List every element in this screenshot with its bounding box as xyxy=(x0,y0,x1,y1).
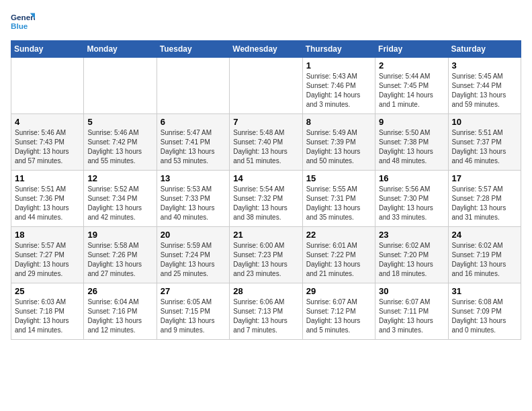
day-info: Sunrise: 6:04 AM Sunset: 7:16 PM Dayligh… xyxy=(87,298,152,335)
day-info: Sunrise: 5:48 AM Sunset: 7:40 PM Dayligh… xyxy=(233,128,298,166)
day-number: 3 xyxy=(452,60,517,71)
logo: GeneralBlue xyxy=(11,11,35,35)
day-info: Sunrise: 6:05 AM Sunset: 7:15 PM Dayligh… xyxy=(161,298,226,335)
day-info: Sunrise: 5:52 AM Sunset: 7:34 PM Dayligh… xyxy=(87,185,152,222)
weekday-header: Monday xyxy=(84,41,157,58)
calendar-cell: 30Sunrise: 6:07 AM Sunset: 7:11 PM Dayli… xyxy=(375,283,448,340)
weekday-header-row: SundayMondayTuesdayWednesdayThursdayFrid… xyxy=(11,41,521,58)
calendar-table: SundayMondayTuesdayWednesdayThursdayFrid… xyxy=(11,40,521,340)
calendar-cell: 25Sunrise: 6:03 AM Sunset: 7:18 PM Dayli… xyxy=(11,283,84,340)
day-info: Sunrise: 6:01 AM Sunset: 7:22 PM Dayligh… xyxy=(306,241,371,279)
day-info: Sunrise: 5:50 AM Sunset: 7:38 PM Dayligh… xyxy=(379,128,444,166)
day-info: Sunrise: 6:06 AM Sunset: 7:13 PM Dayligh… xyxy=(233,298,298,335)
day-info: Sunrise: 6:07 AM Sunset: 7:12 PM Dayligh… xyxy=(306,298,371,335)
calendar-cell: 26Sunrise: 6:04 AM Sunset: 7:16 PM Dayli… xyxy=(84,283,157,340)
day-number: 21 xyxy=(233,230,298,240)
day-number: 23 xyxy=(379,230,444,240)
day-number: 31 xyxy=(452,286,517,296)
weekday-header: Sunday xyxy=(11,41,84,58)
day-number: 5 xyxy=(87,117,152,127)
calendar-cell xyxy=(84,58,157,114)
day-info: Sunrise: 6:02 AM Sunset: 7:20 PM Dayligh… xyxy=(379,241,444,279)
day-info: Sunrise: 6:02 AM Sunset: 7:19 PM Dayligh… xyxy=(452,241,517,279)
calendar-cell: 4Sunrise: 5:46 AM Sunset: 7:43 PM Daylig… xyxy=(11,114,84,171)
day-number: 26 xyxy=(87,286,152,296)
day-info: Sunrise: 5:47 AM Sunset: 7:41 PM Dayligh… xyxy=(161,128,226,166)
svg-text:Blue: Blue xyxy=(11,21,28,30)
calendar-cell: 16Sunrise: 5:56 AM Sunset: 7:30 PM Dayli… xyxy=(375,171,448,227)
day-info: Sunrise: 6:03 AM Sunset: 7:18 PM Dayligh… xyxy=(15,298,80,335)
calendar-week-row: 18Sunrise: 5:57 AM Sunset: 7:27 PM Dayli… xyxy=(11,227,521,283)
day-number: 7 xyxy=(233,117,298,127)
calendar-cell: 11Sunrise: 5:51 AM Sunset: 7:36 PM Dayli… xyxy=(11,171,84,227)
day-number: 16 xyxy=(379,173,444,183)
calendar-cell xyxy=(157,58,229,114)
calendar-cell: 14Sunrise: 5:54 AM Sunset: 7:32 PM Dayli… xyxy=(230,171,302,227)
calendar-cell xyxy=(230,58,302,114)
day-number: 13 xyxy=(161,173,226,183)
day-number: 12 xyxy=(87,173,152,183)
calendar-cell: 28Sunrise: 6:06 AM Sunset: 7:13 PM Dayli… xyxy=(230,283,302,340)
day-number: 9 xyxy=(379,117,444,127)
day-number: 6 xyxy=(161,117,226,127)
calendar-week-row: 1Sunrise: 5:43 AM Sunset: 7:46 PM Daylig… xyxy=(11,58,521,114)
day-info: Sunrise: 5:46 AM Sunset: 7:42 PM Dayligh… xyxy=(87,128,152,166)
day-info: Sunrise: 5:51 AM Sunset: 7:36 PM Dayligh… xyxy=(15,185,80,222)
calendar-cell: 5Sunrise: 5:46 AM Sunset: 7:42 PM Daylig… xyxy=(84,114,157,171)
day-info: Sunrise: 5:44 AM Sunset: 7:45 PM Dayligh… xyxy=(379,72,444,109)
calendar-cell: 20Sunrise: 5:59 AM Sunset: 7:24 PM Dayli… xyxy=(157,227,229,283)
day-number: 15 xyxy=(306,173,371,183)
weekday-header: Friday xyxy=(375,41,448,58)
calendar-cell: 22Sunrise: 6:01 AM Sunset: 7:22 PM Dayli… xyxy=(302,227,375,283)
day-info: Sunrise: 5:54 AM Sunset: 7:32 PM Dayligh… xyxy=(233,185,298,222)
day-info: Sunrise: 5:55 AM Sunset: 7:31 PM Dayligh… xyxy=(306,185,371,222)
day-info: Sunrise: 5:58 AM Sunset: 7:26 PM Dayligh… xyxy=(87,241,152,279)
day-number: 24 xyxy=(452,230,517,240)
day-number: 22 xyxy=(306,230,371,240)
weekday-header: Tuesday xyxy=(157,41,229,58)
weekday-header: Thursday xyxy=(302,41,375,58)
calendar-cell: 7Sunrise: 5:48 AM Sunset: 7:40 PM Daylig… xyxy=(230,114,302,171)
day-number: 25 xyxy=(15,286,80,296)
calendar-cell: 8Sunrise: 5:49 AM Sunset: 7:39 PM Daylig… xyxy=(302,114,375,171)
day-info: Sunrise: 6:08 AM Sunset: 7:09 PM Dayligh… xyxy=(452,298,517,335)
day-number: 28 xyxy=(233,286,298,296)
calendar-week-row: 11Sunrise: 5:51 AM Sunset: 7:36 PM Dayli… xyxy=(11,171,521,227)
day-number: 20 xyxy=(161,230,226,240)
calendar-cell: 17Sunrise: 5:57 AM Sunset: 7:28 PM Dayli… xyxy=(448,171,521,227)
day-info: Sunrise: 5:57 AM Sunset: 7:28 PM Dayligh… xyxy=(452,185,517,222)
day-info: Sunrise: 6:00 AM Sunset: 7:23 PM Dayligh… xyxy=(233,241,298,279)
day-number: 14 xyxy=(233,173,298,183)
day-info: Sunrise: 5:46 AM Sunset: 7:43 PM Dayligh… xyxy=(15,128,80,166)
day-info: Sunrise: 5:53 AM Sunset: 7:33 PM Dayligh… xyxy=(161,185,226,222)
calendar-cell: 1Sunrise: 5:43 AM Sunset: 7:46 PM Daylig… xyxy=(302,58,375,114)
calendar-cell: 9Sunrise: 5:50 AM Sunset: 7:38 PM Daylig… xyxy=(375,114,448,171)
calendar-cell xyxy=(11,58,84,114)
calendar-cell: 18Sunrise: 5:57 AM Sunset: 7:27 PM Dayli… xyxy=(11,227,84,283)
day-info: Sunrise: 5:56 AM Sunset: 7:30 PM Dayligh… xyxy=(379,185,444,222)
calendar-cell: 10Sunrise: 5:51 AM Sunset: 7:37 PM Dayli… xyxy=(448,114,521,171)
calendar-cell: 13Sunrise: 5:53 AM Sunset: 7:33 PM Dayli… xyxy=(157,171,229,227)
day-info: Sunrise: 5:57 AM Sunset: 7:27 PM Dayligh… xyxy=(15,241,80,279)
logo-icon: GeneralBlue xyxy=(11,11,35,35)
calendar-cell: 29Sunrise: 6:07 AM Sunset: 7:12 PM Dayli… xyxy=(302,283,375,340)
calendar-week-row: 4Sunrise: 5:46 AM Sunset: 7:43 PM Daylig… xyxy=(11,114,521,171)
calendar-cell: 31Sunrise: 6:08 AM Sunset: 7:09 PM Dayli… xyxy=(448,283,521,340)
day-number: 4 xyxy=(15,117,80,127)
day-number: 30 xyxy=(379,286,444,296)
calendar-cell: 15Sunrise: 5:55 AM Sunset: 7:31 PM Dayli… xyxy=(302,171,375,227)
day-number: 8 xyxy=(306,117,371,127)
day-info: Sunrise: 5:51 AM Sunset: 7:37 PM Dayligh… xyxy=(452,128,517,166)
day-number: 27 xyxy=(161,286,226,296)
calendar-cell: 12Sunrise: 5:52 AM Sunset: 7:34 PM Dayli… xyxy=(84,171,157,227)
day-info: Sunrise: 5:43 AM Sunset: 7:46 PM Dayligh… xyxy=(306,72,371,109)
calendar-cell: 23Sunrise: 6:02 AM Sunset: 7:20 PM Dayli… xyxy=(375,227,448,283)
day-number: 29 xyxy=(306,286,371,296)
calendar-cell: 27Sunrise: 6:05 AM Sunset: 7:15 PM Dayli… xyxy=(157,283,229,340)
calendar-cell: 24Sunrise: 6:02 AM Sunset: 7:19 PM Dayli… xyxy=(448,227,521,283)
day-info: Sunrise: 5:49 AM Sunset: 7:39 PM Dayligh… xyxy=(306,128,371,166)
calendar-cell: 19Sunrise: 5:58 AM Sunset: 7:26 PM Dayli… xyxy=(84,227,157,283)
weekday-header: Wednesday xyxy=(230,41,302,58)
page-header: GeneralBlue xyxy=(11,11,521,35)
calendar-cell: 21Sunrise: 6:00 AM Sunset: 7:23 PM Dayli… xyxy=(230,227,302,283)
